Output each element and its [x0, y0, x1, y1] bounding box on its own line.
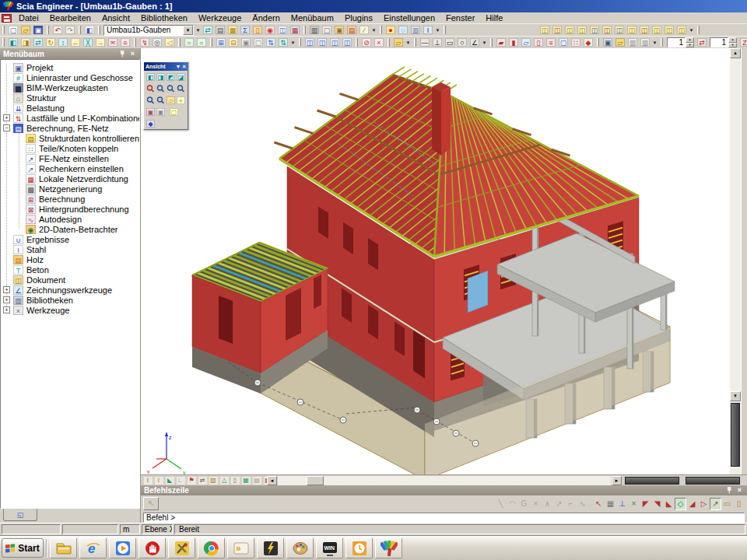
scroll-left-icon[interactable]: ◄ [267, 476, 277, 485]
document-selector[interactable]: Umbau1b-Gauben ▼ [103, 25, 194, 36]
snap-cross-icon[interactable]: × [530, 498, 542, 510]
taskbar-scia-engineer[interactable] [375, 537, 402, 558]
menu-plugins[interactable]: Plugins [339, 13, 378, 23]
toolbar-grip[interactable] [210, 38, 212, 47]
tree-item-linienraster-und-geschosse[interactable]: #Linienraster und Geschosse [1, 72, 139, 82]
open-project-icon[interactable]: ▱ [19, 24, 32, 36]
tree-item-dokument[interactable]: ◫Dokument [1, 275, 139, 285]
tree-item-hintergrundberechnung[interactable]: ⊠Hintergrundberechnung [1, 204, 139, 214]
group-caret[interactable]: ▼ [688, 28, 695, 33]
paste-icon[interactable]: ⊟ [227, 37, 240, 48]
toolbar-grip[interactable] [414, 38, 416, 47]
terrain-icon[interactable]: △ [219, 476, 230, 485]
scroll-right-icon[interactable]: ► [612, 476, 622, 485]
ansicht-floating-toolbar[interactable]: Ansicht ▼ × ◧◨◩◪▱●▣▣▢◆ [143, 61, 188, 130]
dock-clip-2-icon[interactable]: ℓ [153, 476, 164, 485]
tree-item-lokale-netzverdichtung[interactable]: ▦Lokale Netzverdichtung [1, 173, 139, 184]
tree-item-bim-werkzeugkasten[interactable]: ▆BIM-Werkzeugkasten [1, 82, 139, 93]
scroll-down-icon[interactable]: ▼ [730, 391, 741, 401]
new-project-icon[interactable]: ▢ [7, 24, 19, 36]
snap-ortho-icon[interactable]: ⊥ [616, 498, 628, 510]
add-column-icon[interactable]: ▮ [507, 37, 520, 48]
window-tool-1-icon[interactable]: ◫ [303, 37, 316, 48]
center-icon[interactable]: ◆ [582, 37, 594, 48]
toolbar-grip[interactable] [299, 38, 301, 47]
tree-item-autodesign[interactable]: ∿Autodesign [1, 214, 139, 224]
printer-small-icon[interactable]: ▤ [214, 24, 226, 36]
add-plate-icon[interactable]: ▱ [520, 37, 532, 48]
add-wall-icon[interactable]: ▯ [532, 37, 545, 48]
snap-nearest-icon[interactable]: ◣ [663, 498, 675, 510]
close-icon[interactable]: × [128, 50, 137, 58]
3d-model-canvas[interactable]: zxy [141, 48, 730, 474]
pin-icon[interactable] [724, 487, 733, 495]
group-caret[interactable]: ▼ [370, 28, 377, 33]
connect-icon[interactable]: ↯ [139, 37, 151, 48]
column-browser-icon[interactable]: ▥ [409, 24, 422, 36]
zoom-window-icon[interactable] [166, 83, 176, 93]
zoom-in-icon[interactable] [146, 83, 156, 93]
windows-icon[interactable]: ◫ [276, 24, 289, 36]
tree-item-projekt[interactable]: ▣Projekt [1, 62, 139, 72]
grid-icon[interactable]: ▤ [251, 476, 262, 485]
menu-bearbeiten[interactable]: Bearbeiten [44, 13, 96, 23]
tree-item-belastung[interactable]: ⇊Belastung [1, 103, 139, 113]
pattern-icon[interactable]: ≡ [119, 37, 132, 48]
vertical-scrollbar-thumb[interactable] [731, 403, 740, 467]
title-bar[interactable]: Scia Engineer - [Umbau1b-Gauben : 1] [0, 0, 747, 12]
view-preset-10-icon[interactable]: ◫ [651, 24, 663, 36]
spin-down-icon[interactable]: ▼ [686, 43, 694, 48]
clipboard-icon[interactable]: ▯ [251, 24, 264, 36]
viewport-horizontal-scrollbar[interactable] [278, 476, 611, 485]
command-panel-header[interactable]: Befehlszeile × [141, 485, 747, 495]
swap-icon[interactable]: ⇄ [197, 476, 208, 485]
align-icon[interactable]: ≍ [107, 37, 119, 48]
dock-clip-1-icon[interactable]: ℓ [142, 476, 153, 485]
z-order-icon[interactable]: Z [738, 37, 747, 48]
toolbar-grip[interactable] [47, 26, 49, 34]
tree-item-beton[interactable]: TBeton [1, 264, 139, 275]
image-folder-icon[interactable]: ▱ [614, 37, 626, 48]
mirror-icon[interactable]: ⇄ [32, 37, 44, 48]
view-preset-12-icon[interactable]: ◫ [675, 24, 688, 36]
layers-b-icon[interactable]: ▥ [639, 37, 651, 48]
add-opening-icon[interactable]: ▢ [557, 37, 570, 48]
layer-move-icon[interactable]: ⇅ [265, 37, 277, 48]
layer-number-spinner[interactable]: 1▲▼ [710, 37, 737, 47]
toolbar-options-caret[interactable]: ▼ [195, 28, 202, 33]
copy-multi-icon[interactable]: ⊞ [215, 37, 227, 48]
view-axo-icon[interactable]: ◧ [146, 72, 156, 82]
activity-number-value[interactable]: 1 [667, 37, 686, 47]
trim-icon[interactable]: ╳ [82, 37, 94, 48]
previous-icon[interactable]: ◁ [163, 37, 176, 48]
ansicht-toolbar-header[interactable]: Ansicht ▼ × [144, 62, 188, 71]
copy-node-icon[interactable]: ◧ [7, 37, 19, 48]
view-preset-7-icon[interactable]: ◫ [613, 24, 626, 36]
taskbar-media-player[interactable] [109, 537, 136, 558]
taskbar-chrome[interactable] [198, 537, 225, 558]
group-icon[interactable]: ▣ [240, 37, 252, 48]
menu-einstellungen[interactable]: Einstellungen [378, 13, 440, 23]
open-view-folder-icon[interactable]: ▱ [166, 95, 176, 105]
find-icon[interactable]: ◌ [397, 24, 409, 36]
tree-item-rechenkern-einstellen[interactable]: ↗Rechenkern einstellen [1, 163, 139, 173]
toolbar-grip[interactable] [661, 38, 663, 47]
docked-bar-1[interactable] [625, 477, 679, 485]
toolbar-grip[interactable] [79, 26, 81, 34]
toolbar-grip[interactable] [98, 26, 100, 34]
save-project-icon[interactable]: ▣ [32, 24, 44, 36]
snap-orthopoint-icon[interactable]: ◇ [675, 498, 686, 510]
move-node-icon[interactable]: ◨ [19, 37, 32, 48]
group-caret[interactable]: ▼ [481, 40, 488, 45]
table-icon[interactable]: ▦ [240, 476, 251, 485]
menu-menübaum[interactable]: Menübaum [286, 13, 339, 23]
layer-copy-icon[interactable]: ⇅ [277, 37, 289, 48]
calculation-book-icon[interactable]: ▤ [345, 24, 358, 36]
tree-item-strukturdaten-kontrollieren[interactable]: ▤Strukturdaten kontrollieren [1, 133, 139, 143]
tree-item-berechnung[interactable]: ⊞Berechnung [1, 194, 139, 204]
stretch-icon[interactable]: ↔ [69, 37, 82, 48]
layer-number-value[interactable]: 1 [710, 37, 728, 47]
tree-item-fe-netz-einstellen[interactable]: ↗FE-Netz einstellen [1, 153, 139, 163]
snap-endpoint-icon[interactable]: ◤ [640, 498, 651, 510]
view-xz-icon[interactable]: ◩ [166, 72, 176, 82]
